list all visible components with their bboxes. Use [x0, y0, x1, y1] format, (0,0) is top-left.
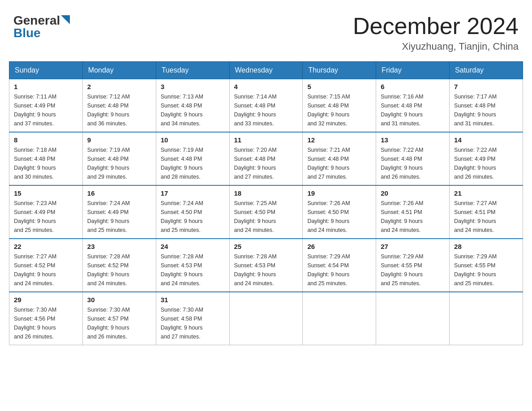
day-info: Sunrise: 7:29 AMSunset: 4:55 PMDaylight:…	[454, 253, 497, 287]
day-number: 30	[87, 296, 151, 304]
empty-cell-w4-c3	[229, 292, 303, 345]
calendar-day-12: 12 Sunrise: 7:21 AMSunset: 4:48 PMDaylig…	[303, 132, 376, 185]
day-number: 20	[381, 189, 445, 197]
calendar-day-1: 1 Sunrise: 7:11 AMSunset: 4:49 PMDayligh…	[9, 79, 83, 133]
day-number: 8	[14, 136, 78, 144]
day-number: 26	[307, 243, 371, 250]
day-number: 27	[381, 243, 445, 250]
calendar-day-16: 16 Sunrise: 7:24 AMSunset: 4:49 PMDaylig…	[82, 185, 156, 239]
calendar-week-1: 1 Sunrise: 7:11 AMSunset: 4:49 PMDayligh…	[9, 79, 523, 133]
day-info: Sunrise: 7:24 AMSunset: 4:50 PMDaylight:…	[161, 200, 203, 233]
day-info: Sunrise: 7:28 AMSunset: 4:52 PMDaylight:…	[87, 253, 130, 287]
logo: General Blue	[13, 13, 70, 40]
calendar-day-5: 5 Sunrise: 7:15 AMSunset: 4:48 PMDayligh…	[303, 79, 376, 133]
weekday-header-saturday: Saturday	[450, 62, 523, 79]
calendar-day-26: 26 Sunrise: 7:29 AMSunset: 4:54 PMDaylig…	[303, 239, 376, 292]
day-info: Sunrise: 7:25 AMSunset: 4:50 PMDaylight:…	[234, 200, 277, 233]
day-number: 7	[454, 83, 518, 90]
calendar-day-29: 29 Sunrise: 7:30 AMSunset: 4:56 PMDaylig…	[9, 292, 83, 345]
calendar-day-7: 7 Sunrise: 7:17 AMSunset: 4:48 PMDayligh…	[450, 79, 523, 133]
weekday-header-friday: Friday	[376, 62, 450, 79]
day-number: 14	[454, 136, 518, 144]
day-info: Sunrise: 7:14 AMSunset: 4:48 PMDaylight:…	[234, 94, 277, 127]
calendar-day-17: 17 Sunrise: 7:24 AMSunset: 4:50 PMDaylig…	[156, 185, 229, 239]
calendar-day-6: 6 Sunrise: 7:16 AMSunset: 4:48 PMDayligh…	[376, 79, 450, 133]
title-section: December 2024 Xiyuzhuang, Tianjin, China	[353, 13, 519, 52]
calendar-day-20: 20 Sunrise: 7:26 AMSunset: 4:51 PMDaylig…	[376, 185, 450, 239]
day-info: Sunrise: 7:28 AMSunset: 4:53 PMDaylight:…	[161, 253, 203, 287]
page-header: General Blue December 2024 Xiyuzhuang, T…	[9, 9, 523, 52]
day-info: Sunrise: 7:18 AMSunset: 4:48 PMDaylight:…	[14, 147, 56, 180]
day-number: 11	[234, 136, 298, 144]
day-number: 1	[14, 83, 78, 90]
day-info: Sunrise: 7:15 AMSunset: 4:48 PMDaylight:…	[307, 94, 350, 127]
calendar-day-3: 3 Sunrise: 7:13 AMSunset: 4:48 PMDayligh…	[156, 79, 229, 133]
day-info: Sunrise: 7:22 AMSunset: 4:49 PMDaylight:…	[454, 147, 497, 180]
calendar-day-27: 27 Sunrise: 7:29 AMSunset: 4:55 PMDaylig…	[376, 239, 450, 292]
empty-cell-w4-c5	[376, 292, 450, 345]
logo-arrow-icon	[61, 15, 70, 26]
day-number: 4	[234, 83, 298, 90]
calendar-week-5: 29 Sunrise: 7:30 AMSunset: 4:56 PMDaylig…	[9, 292, 523, 345]
day-info: Sunrise: 7:23 AMSunset: 4:49 PMDaylight:…	[14, 200, 56, 233]
location-subtitle: Xiyuzhuang, Tianjin, China	[353, 41, 519, 52]
weekday-header-row: SundayMondayTuesdayWednesdayThursdayFrid…	[9, 62, 523, 79]
day-info: Sunrise: 7:17 AMSunset: 4:48 PMDaylight:…	[454, 94, 497, 127]
calendar-day-21: 21 Sunrise: 7:27 AMSunset: 4:51 PMDaylig…	[450, 185, 523, 239]
calendar-day-11: 11 Sunrise: 7:20 AMSunset: 4:48 PMDaylig…	[229, 132, 303, 185]
day-info: Sunrise: 7:27 AMSunset: 4:51 PMDaylight:…	[454, 200, 497, 233]
day-number: 16	[87, 189, 151, 197]
day-number: 23	[87, 243, 151, 250]
day-number: 12	[307, 136, 371, 144]
day-number: 25	[234, 243, 298, 250]
day-info: Sunrise: 7:13 AMSunset: 4:48 PMDaylight:…	[161, 94, 203, 127]
calendar-day-8: 8 Sunrise: 7:18 AMSunset: 4:48 PMDayligh…	[9, 132, 83, 185]
calendar-day-2: 2 Sunrise: 7:12 AMSunset: 4:48 PMDayligh…	[82, 79, 156, 133]
calendar-table: SundayMondayTuesdayWednesdayThursdayFrid…	[9, 61, 523, 345]
day-info: Sunrise: 7:26 AMSunset: 4:51 PMDaylight:…	[381, 200, 423, 233]
day-info: Sunrise: 7:30 AMSunset: 4:57 PMDaylight:…	[87, 307, 130, 340]
calendar-day-14: 14 Sunrise: 7:22 AMSunset: 4:49 PMDaylig…	[450, 132, 523, 185]
day-number: 22	[14, 243, 78, 250]
calendar-day-30: 30 Sunrise: 7:30 AMSunset: 4:57 PMDaylig…	[82, 292, 156, 345]
calendar-week-2: 8 Sunrise: 7:18 AMSunset: 4:48 PMDayligh…	[9, 132, 523, 185]
day-info: Sunrise: 7:27 AMSunset: 4:52 PMDaylight:…	[14, 253, 56, 287]
day-number: 19	[307, 189, 371, 197]
empty-cell-w4-c6	[450, 292, 523, 345]
calendar-day-28: 28 Sunrise: 7:29 AMSunset: 4:55 PMDaylig…	[450, 239, 523, 292]
day-info: Sunrise: 7:30 AMSunset: 4:58 PMDaylight:…	[161, 307, 203, 340]
calendar-day-15: 15 Sunrise: 7:23 AMSunset: 4:49 PMDaylig…	[9, 185, 83, 239]
weekday-header-thursday: Thursday	[303, 62, 376, 79]
day-number: 18	[234, 189, 298, 197]
calendar-day-9: 9 Sunrise: 7:19 AMSunset: 4:48 PMDayligh…	[82, 132, 156, 185]
day-info: Sunrise: 7:19 AMSunset: 4:48 PMDaylight:…	[161, 147, 203, 180]
calendar-day-13: 13 Sunrise: 7:22 AMSunset: 4:48 PMDaylig…	[376, 132, 450, 185]
day-number: 6	[381, 83, 445, 90]
day-info: Sunrise: 7:22 AMSunset: 4:48 PMDaylight:…	[381, 147, 423, 180]
calendar-day-22: 22 Sunrise: 7:27 AMSunset: 4:52 PMDaylig…	[9, 239, 83, 292]
day-number: 21	[454, 189, 518, 197]
weekday-header-monday: Monday	[82, 62, 156, 79]
day-info: Sunrise: 7:28 AMSunset: 4:53 PMDaylight:…	[234, 253, 277, 287]
weekday-header-wednesday: Wednesday	[229, 62, 303, 79]
day-info: Sunrise: 7:30 AMSunset: 4:56 PMDaylight:…	[14, 307, 56, 340]
calendar-day-31: 31 Sunrise: 7:30 AMSunset: 4:58 PMDaylig…	[156, 292, 229, 345]
day-number: 9	[87, 136, 151, 144]
calendar-week-3: 15 Sunrise: 7:23 AMSunset: 4:49 PMDaylig…	[9, 185, 523, 239]
day-number: 28	[454, 243, 518, 250]
calendar-day-25: 25 Sunrise: 7:28 AMSunset: 4:53 PMDaylig…	[229, 239, 303, 292]
calendar-day-19: 19 Sunrise: 7:26 AMSunset: 4:50 PMDaylig…	[303, 185, 376, 239]
weekday-header-tuesday: Tuesday	[156, 62, 229, 79]
day-number: 2	[87, 83, 151, 90]
day-number: 17	[161, 189, 225, 197]
day-number: 29	[14, 296, 78, 304]
svg-marker-0	[61, 15, 70, 24]
day-number: 15	[14, 189, 78, 197]
day-info: Sunrise: 7:20 AMSunset: 4:48 PMDaylight:…	[234, 147, 277, 180]
calendar-day-23: 23 Sunrise: 7:28 AMSunset: 4:52 PMDaylig…	[82, 239, 156, 292]
day-info: Sunrise: 7:11 AMSunset: 4:49 PMDaylight:…	[14, 94, 56, 127]
day-info: Sunrise: 7:16 AMSunset: 4:48 PMDaylight:…	[381, 94, 423, 127]
empty-cell-w4-c4	[303, 292, 376, 345]
day-info: Sunrise: 7:26 AMSunset: 4:50 PMDaylight:…	[307, 200, 350, 233]
month-year-title: December 2024	[353, 13, 519, 39]
